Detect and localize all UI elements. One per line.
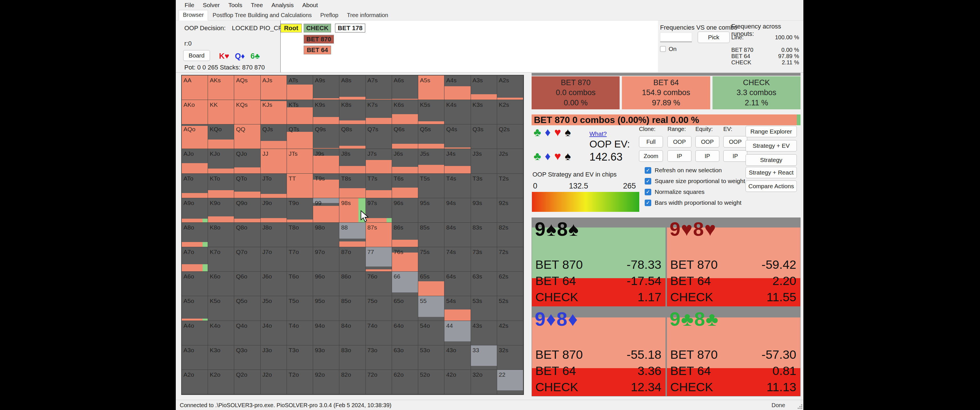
range-cell-K7o[interactable]: K7o — [208, 247, 234, 272]
ip-button[interactable]: IP — [668, 150, 691, 162]
range-cell-KJo[interactable]: KJo — [208, 149, 234, 173]
range-cell-85o[interactable]: 85o — [339, 296, 366, 321]
strategy-button[interactable]: Strategy — [746, 154, 797, 166]
diamond-icon[interactable]: ♦ — [545, 150, 550, 162]
range-cell-QQ[interactable]: QQ — [234, 124, 260, 149]
menu-solver[interactable]: Solver — [199, 0, 224, 10]
range-cell-J3o[interactable]: J3o — [261, 345, 287, 370]
range-cell-KQs[interactable]: KQs — [234, 100, 260, 124]
range-cell-63o[interactable]: 63o — [392, 345, 418, 370]
range-cell-T4s[interactable]: T4s — [444, 174, 471, 198]
range-cell-Q8s[interactable]: Q8s — [339, 124, 366, 149]
range-cell-T6s[interactable]: T6s — [392, 174, 418, 198]
full-button[interactable]: Full — [639, 136, 663, 148]
range-cell-82s[interactable]: 82s — [497, 222, 523, 247]
menu-about[interactable]: About — [298, 0, 322, 10]
range-cell-84o[interactable]: 84o — [339, 321, 366, 345]
range-cell-93s[interactable]: 93s — [471, 198, 497, 222]
range-cell-T5s[interactable]: T5s — [418, 174, 444, 198]
range-cell-KTo[interactable]: KTo — [208, 174, 234, 198]
range-cell-Q9s[interactable]: Q9s — [313, 124, 339, 149]
on-checkbox[interactable] — [660, 46, 666, 52]
oop-button[interactable]: OOP — [668, 136, 691, 148]
range-cell-T3o[interactable]: T3o — [287, 345, 313, 370]
range-cell-TT[interactable]: TT — [287, 174, 313, 198]
range-cell-A4s[interactable]: A4s — [444, 75, 471, 100]
range-cell-Q3s[interactable]: Q3s — [471, 124, 497, 149]
range-cell-QTs[interactable]: QTs — [287, 124, 313, 149]
range-cell-A3o[interactable]: A3o — [182, 345, 208, 370]
range-cell-J5s[interactable]: J5s — [418, 149, 444, 173]
range-cell-93o[interactable]: 93o — [313, 345, 339, 370]
range-cell-T9o[interactable]: T9o — [287, 198, 313, 222]
range-cell-Q7o[interactable]: Q7o — [234, 247, 260, 272]
range-cell-T7o[interactable]: T7o — [287, 247, 313, 272]
range-cell-92o[interactable]: 92o — [313, 370, 339, 394]
range-cell-Q3o[interactable]: Q3o — [234, 345, 260, 370]
range-cell-95o[interactable]: 95o — [313, 296, 339, 321]
ip-button[interactable]: IP — [695, 150, 719, 162]
range-cell-87o[interactable]: 87o — [339, 247, 366, 272]
combo-input[interactable] — [660, 32, 692, 42]
tree-node-bet870[interactable]: BET 870 — [304, 35, 334, 44]
range-cell-J3s[interactable]: J3s — [471, 149, 497, 173]
checkbox-checked-icon[interactable]: ✓ — [645, 167, 651, 174]
range-cell-J8o[interactable]: J8o — [261, 222, 287, 247]
option-row[interactable]: ✓Normalize squares — [645, 189, 705, 195]
range-cell-KQo[interactable]: KQo — [208, 124, 234, 149]
range-cell-K8o[interactable]: K8o — [208, 222, 234, 247]
range-cell-75s[interactable]: 75s — [418, 247, 444, 272]
range-cell-K2o[interactable]: K2o — [208, 370, 234, 394]
menu-tree[interactable]: Tree — [247, 0, 267, 10]
range-cell-64o[interactable]: 64o — [392, 321, 418, 345]
range-cell-T8o[interactable]: T8o — [287, 222, 313, 247]
tab-preflop[interactable]: Preflop — [316, 11, 342, 20]
on-checkbox-row[interactable]: On — [660, 46, 676, 52]
range-cell-K3s[interactable]: K3s — [471, 100, 497, 124]
range-cell-53s[interactable]: 53s — [471, 296, 497, 321]
range-cell-43s[interactable]: 43s — [471, 321, 497, 345]
resize-grip[interactable] — [798, 404, 802, 409]
range-cell-AA[interactable]: AA — [182, 75, 208, 100]
range-cell-54o[interactable]: 54o — [418, 321, 444, 345]
range-cell-77[interactable]: 77 — [366, 247, 392, 272]
range-cell-J9s[interactable]: J9s — [313, 149, 339, 173]
range-cell-K6o[interactable]: K6o — [208, 272, 234, 296]
menu-analysis[interactable]: Analysis — [267, 0, 298, 10]
range-cell-74o[interactable]: 74o — [366, 321, 392, 345]
club-icon[interactable]: ♣ — [534, 150, 541, 162]
range-cell-J7o[interactable]: J7o — [261, 247, 287, 272]
range-cell-AKs[interactable]: AKs — [208, 75, 234, 100]
range-cell-33[interactable]: 33 — [471, 345, 497, 370]
range-cell-T6o[interactable]: T6o — [287, 272, 313, 296]
range-cell-T2o[interactable]: T2o — [287, 370, 313, 394]
range-cell-QJo[interactable]: QJo — [234, 149, 260, 173]
range-cell-KK[interactable]: KK — [208, 100, 234, 124]
range-cell-62s[interactable]: 62s — [497, 272, 523, 296]
checkbox-checked-icon[interactable]: ✓ — [645, 200, 651, 206]
range-cell-JTs[interactable]: JTs — [287, 149, 313, 173]
range-cell-96s[interactable]: 96s — [392, 198, 418, 222]
range-cell-75o[interactable]: 75o — [366, 296, 392, 321]
tab-tree-information[interactable]: Tree information — [343, 11, 392, 20]
range-cell-86o[interactable]: 86o — [339, 272, 366, 296]
range-cell-J6o[interactable]: J6o — [261, 272, 287, 296]
strategy-react-button[interactable]: Strategy + React — [746, 167, 797, 178]
range-cell-42o[interactable]: 42o — [444, 370, 471, 394]
range-cell-AJo[interactable]: AJo — [182, 149, 208, 173]
range-cell-T9s[interactable]: T9s — [313, 174, 339, 198]
suit-filter-row-1[interactable]: ♣♦♥♠ — [534, 126, 571, 138]
range-cell-73s[interactable]: 73s — [471, 247, 497, 272]
range-cell-A9s[interactable]: A9s — [313, 75, 339, 100]
ip-button[interactable]: IP — [723, 150, 747, 162]
range-cell-65s[interactable]: 65s — [418, 272, 444, 296]
range-cell-A8s[interactable]: A8s — [339, 75, 366, 100]
pick-button[interactable]: Pick — [698, 32, 730, 43]
range-cell-65o[interactable]: 65o — [392, 296, 418, 321]
menu-tools[interactable]: Tools — [224, 0, 247, 10]
range-cell-52o[interactable]: 52o — [418, 370, 444, 394]
range-cell-Q9o[interactable]: Q9o — [234, 198, 260, 222]
club-icon[interactable]: ♣ — [534, 126, 541, 138]
range-cell-ATs[interactable]: ATs — [287, 75, 313, 100]
range-cell-J4o[interactable]: J4o — [261, 321, 287, 345]
